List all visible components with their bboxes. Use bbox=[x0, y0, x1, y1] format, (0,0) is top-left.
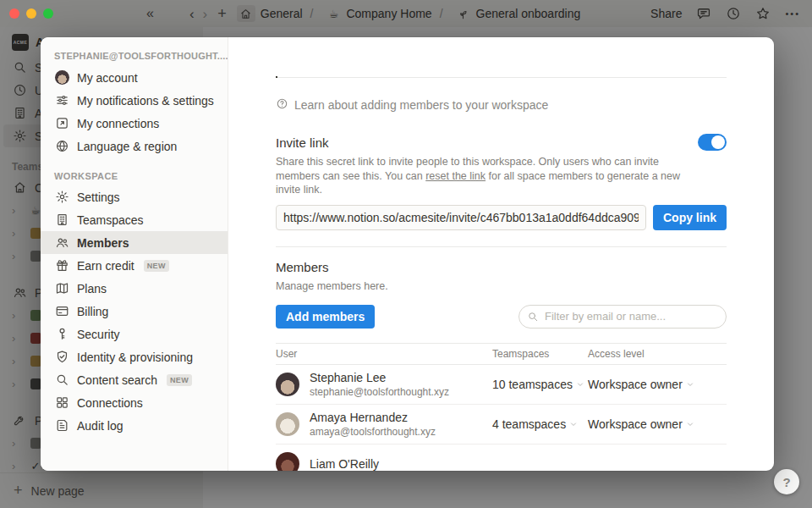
settings-modal: STEPHANIE@TOOLSFORTHOUGHT.... My account… bbox=[41, 37, 774, 471]
settings-nav-item[interactable]: Language & region bbox=[41, 135, 228, 157]
chevron-down-icon bbox=[686, 420, 694, 428]
chevron-down-icon bbox=[686, 380, 694, 389]
tab[interactable] bbox=[313, 63, 315, 78]
settings-nav-item[interactable]: Members bbox=[41, 231, 228, 254]
help-button[interactable]: ? bbox=[774, 469, 799, 494]
search-icon bbox=[527, 311, 539, 323]
settings-nav-item[interactable]: Plans bbox=[41, 277, 228, 300]
toggle-knob bbox=[711, 135, 725, 149]
key-icon bbox=[54, 327, 69, 342]
member-avatar bbox=[276, 412, 299, 436]
member-row: Amaya Hernandez amaya@toolsforthought.xy… bbox=[276, 405, 727, 444]
new-badge: NEW bbox=[167, 374, 192, 386]
account-email-header: STEPHANIE@TOOLSFORTHOUGHT.... bbox=[41, 47, 228, 64]
teamspaces-dropdown[interactable]: 10 teamspaces bbox=[492, 378, 584, 391]
column-access-level: Access level bbox=[588, 348, 727, 360]
window-controls bbox=[9, 8, 53, 19]
column-user: User bbox=[276, 348, 492, 360]
member-name: Stephanie Lee bbox=[310, 371, 449, 384]
table-header: User Teamspaces Access level bbox=[276, 343, 727, 365]
settings-nav-item[interactable]: Content search NEW bbox=[41, 368, 228, 391]
search-icon bbox=[54, 373, 69, 388]
account-nav: My account My notifications & settings M… bbox=[41, 66, 228, 157]
learn-link[interactable]: Learn about adding members to your works… bbox=[276, 97, 727, 113]
settings-nav-item[interactable]: My account bbox=[41, 66, 228, 89]
members-section-subtitle: Manage members here. bbox=[276, 280, 727, 292]
new-badge: NEW bbox=[144, 260, 169, 272]
invite-link-toggle[interactable] bbox=[698, 134, 727, 151]
chevron-down-icon bbox=[569, 420, 578, 428]
tab[interactable] bbox=[294, 63, 296, 78]
settings-nav-item[interactable]: Settings bbox=[41, 185, 228, 208]
invite-url-field[interactable] bbox=[276, 205, 646, 230]
workspace-nav: Settings Teamspaces Members Earn credit … bbox=[41, 185, 228, 437]
globe-icon bbox=[54, 139, 69, 154]
tab[interactable] bbox=[350, 63, 352, 78]
members-tabs bbox=[276, 63, 727, 78]
member-email: stephanie@toolsforthought.xyz bbox=[310, 386, 449, 398]
settings-nav-item[interactable]: Identity & provisioning bbox=[41, 345, 228, 368]
settings-nav-item[interactable]: My connections bbox=[41, 112, 228, 135]
settings-nav-item[interactable]: Billing bbox=[41, 300, 228, 323]
gift-icon bbox=[54, 258, 69, 273]
settings-sidebar: STEPHANIE@TOOLSFORTHOUGHT.... My account… bbox=[41, 37, 228, 471]
member-name: Liam O'Reilly bbox=[310, 457, 379, 471]
column-teamspaces: Teamspaces bbox=[492, 348, 588, 360]
settings-nav-item[interactable]: Security bbox=[41, 323, 228, 345]
zoom-icon[interactable] bbox=[43, 8, 53, 19]
invite-link-title: Invite link bbox=[276, 135, 329, 150]
arrow-sq-icon bbox=[54, 116, 69, 131]
card-icon bbox=[54, 304, 69, 319]
member-row: Stephanie Lee stephanie@toolsforthought.… bbox=[276, 365, 727, 405]
question-circle-icon bbox=[276, 97, 288, 113]
grid-icon bbox=[54, 395, 69, 411]
gear-icon bbox=[54, 190, 69, 205]
sliders-icon bbox=[54, 93, 69, 108]
members-settings-panel: Learn about adding members to your works… bbox=[228, 37, 774, 471]
member-avatar bbox=[276, 373, 299, 396]
table-body: Stephanie Lee stephanie@toolsforthought.… bbox=[276, 365, 727, 472]
copy-link-button[interactable]: Copy link bbox=[653, 205, 727, 230]
tab[interactable] bbox=[276, 63, 277, 78]
avatar-s-icon bbox=[54, 70, 69, 86]
close-icon[interactable] bbox=[9, 8, 19, 19]
reset-link[interactable]: reset the link bbox=[425, 170, 486, 182]
member-name: Amaya Hernandez bbox=[310, 411, 436, 424]
filter-members-input[interactable] bbox=[518, 305, 727, 329]
scroll-icon bbox=[54, 418, 69, 433]
settings-nav-item[interactable]: Earn credit NEW bbox=[41, 254, 228, 277]
settings-nav-item[interactable]: Connections bbox=[41, 391, 228, 414]
members-table: User Teamspaces Access level Stephanie L… bbox=[276, 343, 727, 472]
section-divider bbox=[276, 246, 727, 247]
building-icon bbox=[54, 213, 69, 228]
people-icon bbox=[54, 235, 69, 251]
settings-nav-item[interactable]: My notifications & settings bbox=[41, 89, 228, 112]
access-level-dropdown[interactable]: Workspace owner bbox=[588, 417, 694, 431]
members-section-title: Members bbox=[276, 260, 727, 274]
settings-nav-item[interactable]: Audit log bbox=[41, 414, 228, 437]
map-icon bbox=[54, 281, 69, 296]
settings-nav-item[interactable]: Teamspaces bbox=[41, 208, 228, 231]
member-row: Liam O'Reilly bbox=[276, 444, 727, 472]
workspace-section-header: WORKSPACE bbox=[41, 171, 228, 181]
add-members-button[interactable]: Add members bbox=[276, 305, 375, 329]
chevron-down-icon bbox=[576, 380, 584, 389]
tab[interactable] bbox=[332, 63, 333, 78]
filter-field-wrap bbox=[518, 305, 727, 329]
member-email: amaya@toolsforthought.xyz bbox=[310, 426, 436, 438]
teamspaces-dropdown[interactable]: 4 teamspaces bbox=[492, 417, 578, 431]
shield-icon bbox=[54, 350, 69, 365]
access-level-dropdown[interactable]: Workspace owner bbox=[588, 378, 694, 391]
member-avatar bbox=[276, 452, 299, 472]
invite-link-description: Share this secret link to invite people … bbox=[276, 155, 689, 197]
minimize-icon[interactable] bbox=[26, 8, 36, 19]
